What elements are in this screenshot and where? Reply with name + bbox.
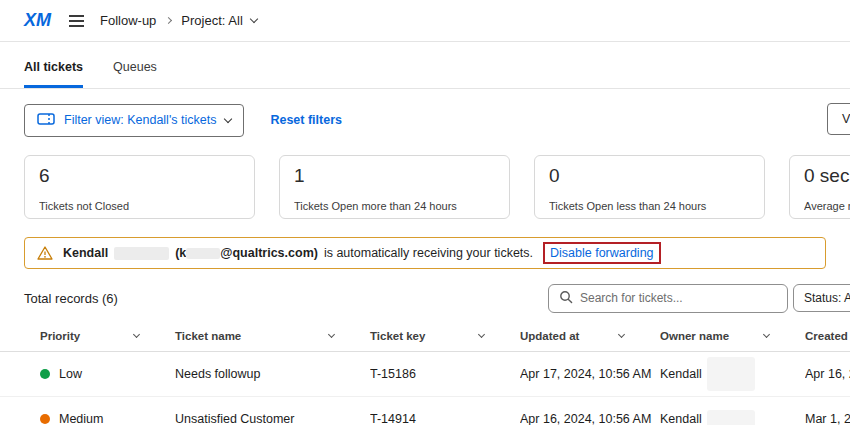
stat-value: 0 bbox=[549, 165, 750, 187]
view-button[interactable]: View bbox=[827, 103, 850, 135]
ticket-row[interactable]: Medium Unsatisfied Customer T-14914 Apr … bbox=[0, 397, 850, 425]
forwarding-email: (k@qualtrics.com) bbox=[175, 246, 318, 260]
stat-value: 0 sec bbox=[804, 165, 850, 187]
ticketing-page: XM Follow-up Project: All All tickets Qu… bbox=[0, 0, 850, 425]
tab-bar: All tickets Queues bbox=[0, 42, 850, 89]
column-header-ticket-key[interactable]: Ticket key bbox=[370, 321, 520, 351]
chevron-down-icon bbox=[250, 15, 258, 23]
column-header-created[interactable]: Created bbox=[805, 321, 850, 351]
updated-at-cell: Apr 16, 2024, 10:56 AM bbox=[520, 412, 660, 425]
stat-card-not-closed: 6 Tickets not Closed bbox=[24, 155, 255, 219]
forwarding-message: is automatically receiving your tickets. bbox=[324, 246, 533, 260]
priority-dot bbox=[40, 414, 50, 424]
owner-name-cell: Kendall bbox=[660, 410, 805, 425]
annotation-highlight-box: Disable forwarding bbox=[543, 242, 661, 264]
chevron-down-icon bbox=[763, 331, 770, 338]
redacted-text bbox=[186, 248, 220, 259]
chevron-down-icon bbox=[224, 114, 232, 122]
ticket-key-cell: T-15186 bbox=[370, 367, 520, 381]
stat-label: Tickets not Closed bbox=[39, 200, 240, 212]
search-icon bbox=[559, 290, 573, 307]
table-header: Priority Ticket name Ticket key Updated … bbox=[0, 321, 850, 352]
ticket-name-cell: Unsatisfied Customer bbox=[175, 412, 370, 425]
owner-name-cell: Kendall bbox=[660, 357, 805, 391]
stat-label: Average res bbox=[804, 200, 850, 212]
created-cell: Mar 1, 20 bbox=[805, 412, 850, 425]
stat-cards: 6 Tickets not Closed 1 Tickets Open more… bbox=[24, 155, 850, 219]
ticket-name-cell: Needs followup bbox=[175, 367, 370, 381]
priority-cell: Low bbox=[40, 367, 175, 381]
xm-logo: XM bbox=[24, 10, 51, 31]
search-box bbox=[548, 284, 788, 313]
project-selector-label: Project: All bbox=[181, 13, 242, 28]
chevron-down-icon bbox=[328, 331, 335, 338]
total-records-label: Total records (6) bbox=[24, 291, 118, 306]
hamburger-menu-icon[interactable] bbox=[69, 15, 84, 27]
chevron-right-icon bbox=[165, 17, 172, 24]
redacted-text bbox=[114, 247, 169, 260]
forwarding-owner-name: Kendall bbox=[63, 246, 108, 260]
ticket-icon bbox=[37, 113, 55, 128]
stat-card-average-response: 0 sec Average res bbox=[789, 155, 850, 219]
column-header-updated-at[interactable]: Updated at bbox=[520, 321, 660, 351]
breadcrumb-page: Follow-up bbox=[100, 13, 156, 28]
redacted-text bbox=[707, 410, 755, 425]
top-bar: XM Follow-up Project: All bbox=[0, 0, 850, 42]
filter-bar: Filter view: Kendall's tickets Reset fil… bbox=[24, 103, 826, 137]
search-input[interactable] bbox=[580, 291, 777, 305]
column-header-priority[interactable]: Priority bbox=[40, 321, 175, 351]
forwarding-banner: Kendall (k@qualtrics.com) is automatical… bbox=[24, 237, 826, 269]
warning-triangle-icon bbox=[37, 246, 53, 260]
tab-queues[interactable]: Queues bbox=[113, 60, 157, 88]
ticket-row[interactable]: Low Needs followup T-15186 Apr 17, 2024,… bbox=[0, 352, 850, 397]
status-filter-button[interactable]: Status: A bbox=[793, 284, 850, 312]
chevron-down-icon bbox=[133, 331, 140, 338]
stat-label: Tickets Open more than 24 hours bbox=[294, 200, 495, 212]
column-header-owner-name[interactable]: Owner name bbox=[660, 321, 805, 351]
column-header-ticket-name[interactable]: Ticket name bbox=[175, 321, 370, 351]
stat-label: Tickets Open less than 24 hours bbox=[549, 200, 750, 212]
stat-value: 6 bbox=[39, 165, 240, 187]
priority-cell: Medium bbox=[40, 412, 175, 425]
stat-card-open-more-24h: 1 Tickets Open more than 24 hours bbox=[279, 155, 510, 219]
priority-dot bbox=[40, 369, 50, 379]
project-selector[interactable]: Project: All bbox=[181, 13, 256, 28]
ticket-key-cell: T-14914 bbox=[370, 412, 520, 425]
filter-view-label: Filter view: Kendall's tickets bbox=[64, 113, 216, 127]
chevron-down-icon bbox=[478, 331, 485, 338]
created-cell: Apr 16, 2 bbox=[805, 367, 850, 381]
updated-at-cell: Apr 17, 2024, 10:56 AM bbox=[520, 367, 660, 381]
stat-value: 1 bbox=[294, 165, 495, 187]
reset-filters-link[interactable]: Reset filters bbox=[270, 113, 342, 127]
disable-forwarding-link[interactable]: Disable forwarding bbox=[550, 246, 654, 260]
redacted-text bbox=[707, 357, 755, 391]
stat-card-open-less-24h: 0 Tickets Open less than 24 hours bbox=[534, 155, 765, 219]
breadcrumb: Follow-up Project: All bbox=[100, 13, 257, 28]
tab-all-tickets[interactable]: All tickets bbox=[24, 60, 83, 88]
filter-view-dropdown[interactable]: Filter view: Kendall's tickets bbox=[24, 104, 244, 137]
chevron-down-icon bbox=[618, 331, 625, 338]
records-toolbar: Total records (6) Status: A bbox=[24, 283, 826, 313]
